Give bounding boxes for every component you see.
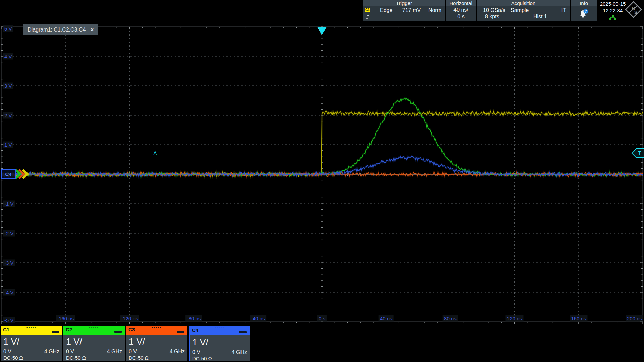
channel-box-c4[interactable]: C4 ····· 1 V/ 0 V 4 GHz DC-50 Ω — [189, 326, 250, 361]
time-label: -160 ns — [56, 315, 75, 322]
voltage-label: 3 V — [3, 83, 13, 89]
channel-c4-header[interactable]: C4 ····· — [190, 326, 250, 335]
channel-c3-header[interactable]: C3 ····· — [126, 326, 187, 335]
channel-c4-offset: 0 V — [192, 349, 200, 355]
time-label: 200 ns — [626, 315, 643, 322]
voltage-label: -3 V — [3, 260, 15, 266]
channel-c2-header[interactable]: C2 ····· — [63, 326, 125, 335]
drag-handle-icon[interactable]: ····· — [215, 325, 225, 331]
waveform-display: C4 TA — [0, 0, 644, 362]
channel-c2-bandwidth: 4 GHz — [107, 349, 122, 355]
channel-c4-coupling: DC-50 Ω — [192, 356, 212, 361]
time-label: -120 ns — [120, 315, 139, 322]
channel-c1-header[interactable]: C1 ····· — [1, 326, 62, 335]
trigger-position-marker[interactable] — [317, 27, 327, 35]
time-label: 120 ns — [505, 315, 523, 322]
voltage-label: -5 V — [3, 317, 15, 323]
time-label: 40 ns — [379, 315, 394, 322]
voltage-label: -4 V — [3, 289, 15, 296]
drag-handle-icon[interactable]: ····· — [26, 324, 37, 330]
voltage-label: 1 V — [3, 142, 13, 148]
time-label: 0 s — [317, 315, 327, 322]
minimize-icon[interactable] — [114, 331, 122, 333]
time-label: 160 ns — [570, 315, 587, 322]
channel-box-c2[interactable]: C2 ····· 1 V/ 0 V 4 GHz DC-50 Ω — [63, 326, 125, 361]
channel-c1-offset: 0 V — [3, 349, 11, 354]
channel-c3-coupling: DC-50 Ω — [129, 355, 149, 361]
channel-box-c1[interactable]: C1 ····· 1 V/ 0 V 4 GHz DC-50 Ω — [1, 326, 62, 361]
channel-offset-marker[interactable]: C4 — [1, 169, 28, 179]
channel-c2-offset: 0 V — [66, 349, 74, 354]
channel-c2-scale: 1 V/ — [66, 337, 82, 347]
voltage-label: 4 V — [3, 53, 13, 60]
channel-c3-scale: 1 V/ — [129, 337, 145, 347]
voltage-label: 2 V — [3, 112, 13, 119]
channel-c1-bandwidth: 4 GHz — [44, 349, 59, 355]
channel-c3-id: C3 — [128, 327, 135, 333]
channel-c4-id: C4 — [192, 327, 198, 333]
channel-c2-coupling: DC-50 Ω — [66, 355, 86, 361]
voltage-label: 5 V — [3, 25, 13, 32]
diagram-tab-label: Diagram1: C1,C2,C3,C4 — [28, 27, 86, 33]
channel-c3-bandwidth: 4 GHz — [170, 349, 185, 355]
channel-c2-id: C2 — [66, 327, 72, 333]
channel-c1-coupling: DC-50 Ω — [3, 355, 23, 361]
time-label: -80 ns — [185, 315, 202, 322]
voltage-label: -2 V — [3, 230, 15, 237]
minimize-icon[interactable] — [177, 331, 184, 333]
trigger-armed-badge: TA — [153, 149, 644, 158]
svg-text:TA: TA — [153, 150, 641, 156]
oscilloscope-screen: Trigger C1 Edge 717 mV Norm Horizontal 4… — [0, 0, 644, 362]
diagram-close-icon[interactable]: × — [91, 27, 94, 33]
diagram-tab[interactable]: Diagram1: C1,C2,C3,C4 × — [23, 24, 98, 35]
time-label: -40 ns — [250, 315, 266, 322]
time-label: 80 ns — [443, 315, 458, 322]
channel-c3-offset: 0 V — [129, 349, 137, 354]
minimize-icon[interactable] — [239, 331, 247, 333]
voltage-label: -1 V — [3, 201, 15, 207]
channel-c4-scale: 1 V/ — [192, 337, 208, 348]
channel-c4-bandwidth: 4 GHz — [232, 349, 247, 355]
drag-handle-icon[interactable]: ····· — [89, 324, 99, 330]
channel-c1-id: C1 — [3, 327, 9, 333]
offset-marker-label: C4 — [5, 171, 12, 177]
drag-handle-icon[interactable]: ····· — [152, 324, 162, 330]
channel-c1-scale: 1 V/ — [3, 337, 19, 347]
minimize-icon[interactable] — [52, 331, 59, 333]
channel-box-c3[interactable]: C3 ····· 1 V/ 0 V 4 GHz DC-50 Ω — [126, 326, 187, 361]
